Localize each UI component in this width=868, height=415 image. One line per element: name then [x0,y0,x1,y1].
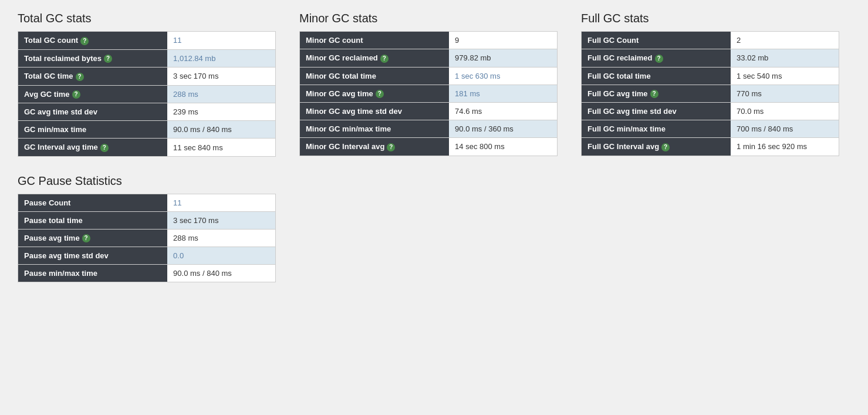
row-label: Minor GC avg time std dev [300,103,450,120]
row-label: Full GC total time [582,67,731,85]
row-value: 0.0 [167,247,275,265]
minor-gc-title: Minor GC stats [299,12,558,25]
row-value: 239 ms [167,103,275,121]
row-label: Full GC Count [582,32,731,49]
minor-gc-section: Minor GC stats Minor GC count9Minor GC r… [299,12,558,157]
full-gc-table: Full GC Count2Full GC reclaimed?33.02 mb… [581,31,839,156]
row-value: 33.02 mb [731,49,839,68]
help-icon[interactable]: ? [80,37,89,45]
help-icon[interactable]: ? [380,55,389,63]
row-label: Pause Count [18,194,168,211]
table-row: Minor GC count9 [300,32,558,49]
row-value: 181 ms [449,85,557,103]
table-row: Full GC avg time?770 ms [582,85,839,103]
table-row: Pause avg time std dev0.0 [18,247,276,265]
row-value: 14 sec 800 ms [449,138,557,156]
row-value: 700 ms / 840 ms [731,120,839,138]
row-label: Minor GC min/max time [300,120,450,138]
table-row: Full GC min/max time700 ms / 840 ms [582,120,839,138]
row-label: Total GC time? [18,68,168,86]
full-gc-section: Full GC stats Full GC Count2Full GC recl… [581,12,839,157]
row-value: 11 [167,32,275,50]
row-value: 70.0 ms [731,103,839,120]
main-stats-row: Total GC stats Total GC count?11Total re… [18,12,850,157]
row-value: 979.82 mb [449,49,557,68]
row-label: Pause avg time? [18,229,168,247]
table-row: GC Interval avg time?11 sec 840 ms [18,139,276,157]
row-label: Total GC count? [18,32,168,50]
full-gc-title: Full GC stats [581,12,839,25]
table-row: Minor GC min/max time90.0 ms / 360 ms [300,120,558,138]
table-row: Full GC reclaimed?33.02 mb [582,49,839,68]
pause-table: Pause Count11Pause total time3 sec 170 m… [18,194,276,283]
total-gc-section: Total GC stats Total GC count?11Total re… [18,12,276,157]
table-row: GC avg time std dev239 ms [18,103,276,121]
row-value: 1 sec 630 ms [449,67,557,85]
help-icon[interactable]: ? [661,143,670,151]
row-value: 1 min 16 sec 920 ms [731,138,839,156]
row-value: 288 ms [167,229,275,247]
row-label: Minor GC avg time? [300,85,450,103]
help-icon[interactable]: ? [82,234,90,242]
table-row: Full GC Count2 [582,32,839,49]
table-row: Pause total time3 sec 170 ms [18,211,276,229]
help-icon[interactable]: ? [72,90,80,99]
row-value: 90.0 ms / 840 ms [167,265,275,282]
row-label: Full GC Interval avg? [582,138,731,156]
table-row: Pause Count11 [18,194,276,211]
row-value: 2 [731,32,839,49]
help-icon[interactable]: ? [104,55,112,63]
table-row: Total GC count?11 [18,32,276,50]
row-value: 11 sec 840 ms [167,139,275,157]
row-label: Pause avg time std dev [18,247,168,265]
pause-stats-section: Pause Count11Pause total time3 sec 170 m… [18,194,276,283]
table-row: Full GC avg time std dev70.0 ms [582,103,839,120]
table-row: Minor GC total time1 sec 630 ms [300,67,558,85]
pause-section: GC Pause Statistics Pause Count11Pause t… [18,174,850,283]
row-value: 1 sec 540 ms [731,67,839,85]
pause-title: GC Pause Statistics [18,174,850,188]
row-label: GC Interval avg time? [18,139,168,157]
row-label: Minor GC Interval avg? [300,138,450,156]
row-value: 3 sec 170 ms [167,68,275,86]
table-row: Minor GC avg time?181 ms [300,85,558,103]
table-row: Minor GC avg time std dev74.6 ms [300,103,558,120]
row-label: Full GC min/max time [582,120,731,138]
row-label: GC min/max time [18,121,168,139]
help-icon[interactable]: ? [387,143,395,151]
row-label: Total reclaimed bytes? [18,49,168,68]
row-label: Full GC avg time? [582,85,731,103]
row-label: Full GC avg time std dev [582,103,731,120]
row-value: 90.0 ms / 360 ms [449,120,557,138]
row-value: 3 sec 170 ms [167,211,275,229]
row-label: Minor GC reclaimed? [300,49,450,68]
row-value: 9 [449,32,557,49]
table-row: Total reclaimed bytes?1,012.84 mb [18,49,276,68]
help-icon[interactable]: ? [655,55,663,63]
table-row: GC min/max time90.0 ms / 840 ms [18,121,276,139]
table-row: Pause min/max time90.0 ms / 840 ms [18,265,276,282]
row-label: Minor GC total time [300,67,450,85]
row-value: 90.0 ms / 840 ms [167,121,275,139]
help-icon[interactable]: ? [76,73,84,81]
help-icon[interactable]: ? [650,90,658,98]
row-label: Minor GC count [300,32,450,49]
minor-gc-table: Minor GC count9Minor GC reclaimed?979.82… [299,31,558,156]
row-label: Pause min/max time [18,265,168,282]
total-gc-table: Total GC count?11Total reclaimed bytes?1… [18,31,276,157]
table-row: Total GC time?3 sec 170 ms [18,68,276,86]
help-icon[interactable]: ? [376,90,384,98]
table-row: Full GC total time1 sec 540 ms [582,67,839,85]
row-label: GC avg time std dev [18,103,168,121]
row-label: Full GC reclaimed? [582,49,731,68]
total-gc-title: Total GC stats [18,12,276,25]
help-icon[interactable]: ? [100,144,109,152]
table-row: Full GC Interval avg?1 min 16 sec 920 ms [582,138,839,156]
row-value: 288 ms [167,85,275,103]
table-row: Minor GC Interval avg?14 sec 800 ms [300,138,558,156]
row-label: Pause total time [18,211,168,229]
table-row: Minor GC reclaimed?979.82 mb [300,49,558,68]
row-value: 770 ms [731,85,839,103]
table-row: Avg GC time?288 ms [18,85,276,103]
row-label: Avg GC time? [18,85,168,103]
